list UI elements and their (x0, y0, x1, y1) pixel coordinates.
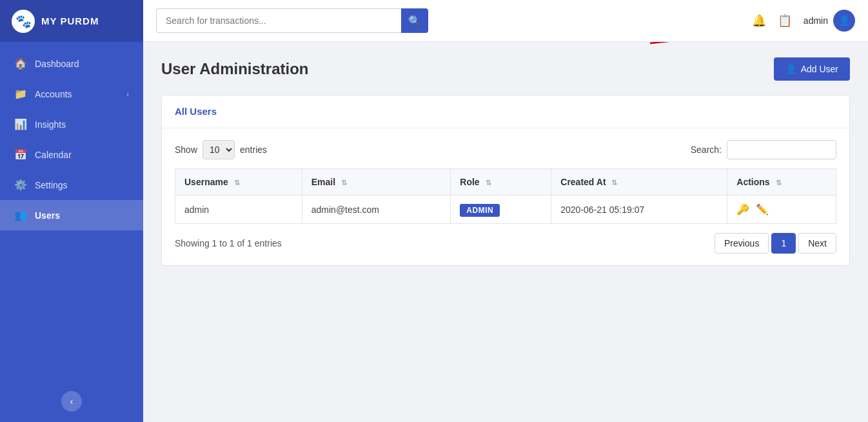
add-user-button[interactable]: 👤 Add User (774, 57, 850, 81)
table-search-input[interactable] (727, 140, 836, 159)
sidebar-item-settings[interactable]: ⚙️ Settings (0, 170, 143, 200)
users-table: Username ⇅ Email ⇅ Role ⇅ (175, 168, 836, 224)
dashboard-icon: 🏠 (14, 57, 27, 70)
show-label: Show (175, 145, 197, 155)
insights-icon: 📊 (14, 118, 27, 130)
col-username-label: Username (184, 177, 228, 187)
table-body: admin admin@test.com ADMIN 2020-06-21 05… (175, 196, 836, 224)
add-user-area: 👤 Add User (774, 57, 850, 81)
cell-actions: 🔑 ✏️ (727, 196, 836, 224)
sidebar-collapse-section: ‹ (0, 381, 143, 422)
cell-username: admin (175, 196, 302, 224)
cell-created-at: 2020-06-21 05:19:07 (551, 196, 727, 224)
settings-icon: ⚙️ (14, 179, 27, 191)
avatar: 👤 (833, 10, 855, 32)
card-header: All Users (162, 95, 849, 128)
page-header: User Administration 👤 Add User (161, 57, 850, 81)
add-user-label: Add User (801, 64, 838, 74)
sidebar-item-users[interactable]: 👥 Users (0, 200, 143, 230)
sidebar-item-calendar[interactable]: 📅 Calendar (0, 139, 143, 170)
edit-icon[interactable]: ✏️ (756, 204, 769, 215)
col-email-label: Email (311, 177, 335, 187)
sidebar-item-dashboard[interactable]: 🏠 Dashboard (0, 48, 143, 79)
sidebar-logo: 🐾 MY PURDM (0, 0, 143, 42)
messages-icon[interactable]: 📋 (778, 14, 792, 28)
avatar-icon: 👤 (838, 15, 851, 26)
chevron-left-icon: ‹ (70, 396, 74, 407)
card-body: Show 10 25 50 entries Search: (162, 128, 849, 265)
key-icon[interactable]: 🔑 (736, 204, 749, 215)
users-icon: 👥 (14, 209, 27, 221)
sidebar-item-label-accounts: Accounts (35, 89, 72, 99)
search-icon: 🔍 (408, 15, 421, 27)
search-input[interactable] (156, 8, 401, 33)
col-actions-label: Actions (736, 177, 769, 187)
entries-label: entries (240, 145, 267, 155)
person-add-icon: 👤 (785, 64, 796, 74)
sidebar-item-label-dashboard: Dashboard (35, 59, 79, 69)
table-row: admin admin@test.com ADMIN 2020-06-21 05… (175, 196, 836, 224)
page-title: User Administration (161, 60, 308, 78)
col-actions: Actions ⇅ (727, 169, 836, 196)
showing-text: Showing 1 to 1 of 1 entries (175, 238, 282, 248)
sort-icon-role[interactable]: ⇅ (486, 179, 491, 186)
logo-icon: 🐾 (12, 10, 35, 33)
pagination: Previous 1 Next (715, 233, 836, 254)
col-created-at-label: Created At (560, 177, 606, 187)
app-name: MY PURDM (41, 15, 99, 26)
sidebar-item-label-insights: Insights (35, 119, 66, 130)
table-search-area: Search: (691, 140, 836, 159)
cell-role: ADMIN (451, 196, 551, 224)
sort-icon-email[interactable]: ⇅ (341, 179, 347, 186)
calendar-icon: 📅 (14, 148, 27, 161)
role-badge: ADMIN (460, 204, 500, 217)
accounts-icon: 📁 (14, 88, 27, 100)
col-username: Username ⇅ (175, 169, 302, 196)
col-email: Email ⇅ (302, 169, 451, 196)
sort-icon-created-at[interactable]: ⇅ (611, 179, 617, 186)
sort-icon-actions[interactable]: ⇅ (776, 179, 782, 186)
cell-email: admin@test.com (302, 196, 451, 224)
sort-icon-username[interactable]: ⇅ (234, 179, 240, 186)
col-created-at: Created At ⇅ (551, 169, 727, 196)
sidebar-item-accounts[interactable]: 📁 Accounts › (0, 79, 143, 109)
topbar-right: 🔔 📋 admin 👤 (752, 10, 855, 32)
sidebar-item-label-calendar: Calendar (35, 150, 72, 160)
pagination-row: Showing 1 to 1 of 1 entries Previous 1 N… (175, 233, 836, 254)
collapse-button[interactable]: ‹ (61, 391, 82, 412)
search-button[interactable]: 🔍 (401, 8, 428, 33)
page-1-button[interactable]: 1 (771, 233, 796, 254)
svg-line-1 (650, 42, 773, 43)
sidebar-nav: 🏠 Dashboard 📁 Accounts › 📊 Insights 📅 Ca… (0, 42, 143, 381)
table-controls: Show 10 25 50 entries Search: (175, 140, 836, 159)
chevron-right-icon: › (126, 90, 129, 99)
main-area: 🔍 🔔 📋 admin 👤 User Administration (143, 0, 868, 422)
entries-select[interactable]: 10 25 50 (202, 140, 235, 159)
sidebar-item-label-settings: Settings (35, 180, 68, 190)
table-header: Username ⇅ Email ⇅ Role ⇅ (175, 169, 836, 196)
previous-button[interactable]: Previous (715, 233, 769, 254)
notification-icon[interactable]: 🔔 (752, 14, 766, 28)
users-card: All Users Show 10 25 50 entries (161, 95, 850, 266)
show-entries-control: Show 10 25 50 entries (175, 140, 267, 159)
col-role: Role ⇅ (451, 169, 551, 196)
sidebar: 🐾 MY PURDM 🏠 Dashboard 📁 Accounts › 📊 In… (0, 0, 143, 422)
username-label: admin (804, 15, 828, 26)
table-search-label: Search: (691, 145, 722, 155)
sidebar-item-label-users: Users (35, 210, 60, 221)
sidebar-item-insights[interactable]: 📊 Insights (0, 109, 143, 139)
page-content: User Administration 👤 Add User (143, 42, 868, 422)
card-title: All Users (175, 106, 217, 117)
user-menu[interactable]: admin 👤 (804, 10, 855, 32)
topbar: 🔍 🔔 📋 admin 👤 (143, 0, 868, 42)
next-button[interactable]: Next (798, 233, 836, 254)
col-role-label: Role (460, 177, 479, 187)
arrow-annotation (644, 42, 785, 50)
search-wrap: 🔍 (156, 8, 440, 33)
